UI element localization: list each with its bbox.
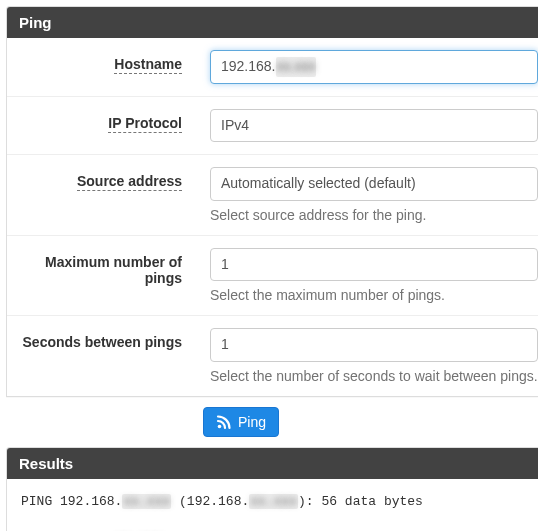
panel-title: Ping xyxy=(7,7,538,38)
max-pings-help: Select the maximum number of pings. xyxy=(210,287,538,303)
ping-button-label: Ping xyxy=(238,414,266,430)
label-hostname: Hostname xyxy=(7,50,194,72)
row-seconds-between: Seconds between pings Select the number … xyxy=(7,316,538,396)
seconds-between-input[interactable] xyxy=(210,328,538,362)
results-output: PING 192.168.xx.xxx (192.168.xx.xxx): 56… xyxy=(7,479,538,531)
ping-button[interactable]: Ping xyxy=(203,407,279,437)
ping-form: Hostname 192.168.xx.xxx IP Protocol IPv4… xyxy=(7,38,538,396)
label-max-pings: Maximum number of pings xyxy=(7,248,194,286)
label-seconds-between: Seconds between pings xyxy=(7,328,194,350)
source-address-select[interactable]: Automatically selected (default) xyxy=(210,167,538,201)
row-max-pings: Maximum number of pings Select the maxim… xyxy=(7,236,538,317)
rss-icon xyxy=(216,414,232,430)
hostname-input[interactable]: 192.168.xx.xxx xyxy=(210,50,538,84)
results-title: Results xyxy=(7,448,538,479)
svg-point-0 xyxy=(218,425,222,429)
label-ip-protocol: IP Protocol xyxy=(7,109,194,131)
seconds-between-help: Select the number of seconds to wait bet… xyxy=(210,368,538,384)
max-pings-input[interactable] xyxy=(210,248,538,282)
row-source-address: Source address Automatically selected (d… xyxy=(7,155,538,236)
label-source-address: Source address xyxy=(7,167,194,189)
ping-panel: Ping Hostname 192.168.xx.xxx IP Protocol… xyxy=(6,6,538,397)
row-ip-protocol: IP Protocol IPv4 xyxy=(7,97,538,156)
results-panel: Results PING 192.168.xx.xxx (192.168.xx.… xyxy=(6,447,538,531)
action-row: Ping xyxy=(0,397,538,447)
row-hostname: Hostname 192.168.xx.xxx xyxy=(7,38,538,97)
ip-protocol-select[interactable]: IPv4 xyxy=(210,109,538,143)
source-address-help: Select source address for the ping. xyxy=(210,207,538,223)
